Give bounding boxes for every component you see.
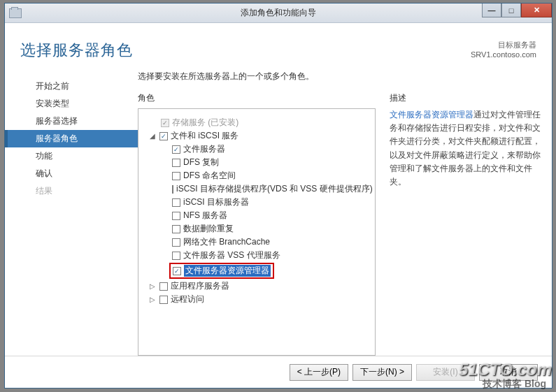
nav-features[interactable]: 功能 — [5, 147, 138, 165]
checkbox-file-iscsi[interactable]: ✓ — [159, 132, 168, 140]
next-button[interactable]: 下一步(N) > — [352, 364, 412, 381]
roles-tree[interactable]: ✓ 存储服务 (已安装) ◢ ✓ 文件和 iSCSI 服务 ✓ 文件服务器 — [138, 108, 376, 356]
desc-text: 文件服务器资源管理器通过对文件管理任务和存储报告进行日程安排，对文件和文件夹进行… — [390, 108, 545, 189]
cancel-button[interactable]: 取消 — [479, 364, 538, 381]
window-title: 添加角色和功能向导 — [241, 7, 316, 19]
tree-dedup[interactable]: 数据删除重复 — [141, 222, 372, 235]
main-panel: 选择要安装在所选服务器上的一个或多个角色。 角色 ✓ 存储服务 (已安装) ◢ … — [138, 65, 552, 356]
checkbox-nfs[interactable] — [172, 212, 180, 220]
checkbox-file-server[interactable]: ✓ — [172, 145, 180, 154]
checkbox-dedup[interactable] — [172, 225, 180, 233]
tree-file-iscsi[interactable]: ◢ ✓ 文件和 iSCSI 服务 — [141, 129, 372, 143]
nav-results: 结果 — [5, 182, 138, 200]
roles-label: 角色 — [138, 92, 376, 104]
checkbox-storage: ✓ — [161, 119, 169, 127]
target-server: 目标服务器 SRV1.contoso.com — [471, 40, 536, 59]
nav-confirm[interactable]: 确认 — [5, 165, 138, 182]
tree-app-server[interactable]: ▷ 应用程序服务器 — [141, 280, 372, 293]
expand-icon[interactable]: ▷ — [148, 296, 157, 303]
body: 开始之前 安装类型 服务器选择 服务器角色 功能 确认 结果 选择要安装在所选服… — [5, 65, 552, 356]
install-button: 安装(I) — [416, 364, 475, 381]
desc-label: 描述 — [390, 92, 545, 104]
tree-file-server[interactable]: ✓ 文件服务器 — [141, 143, 372, 156]
nav-install-type[interactable]: 安装类型 — [5, 95, 138, 112]
tree-storage-services: ✓ 存储服务 (已安装) — [141, 116, 372, 129]
intro-text: 选择要安装在所选服务器上的一个或多个角色。 — [138, 71, 545, 82]
checkbox-iscsi-prov[interactable] — [172, 185, 173, 194]
button-bar: < 上一步(P) 下一步(N) > 安装(I) 取消 — [5, 356, 552, 388]
fsrm-highlight: ✓ 文件服务器资源管理器 — [169, 263, 274, 279]
nav-server-select[interactable]: 服务器选择 — [5, 112, 138, 130]
checkbox-dfs-ns[interactable] — [172, 172, 180, 180]
tree-dfs-rep[interactable]: DFS 复制 — [141, 156, 372, 169]
nav-server-roles[interactable]: 服务器角色 — [5, 130, 138, 147]
tree-iscsi-prov[interactable]: iSCSI 目标存储提供程序(VDS 和 VSS 硬件提供程序) — [141, 182, 372, 196]
checkbox-vss-agent[interactable] — [172, 252, 180, 260]
sidebar-nav: 开始之前 安装类型 服务器选择 服务器角色 功能 确认 结果 — [5, 65, 138, 356]
checkbox-fsrm[interactable]: ✓ — [173, 267, 181, 275]
tree-nfs[interactable]: NFS 服务器 — [141, 209, 372, 222]
prev-button[interactable]: < 上一步(P) — [290, 364, 348, 381]
checkbox-remote-access[interactable] — [159, 296, 168, 304]
app-icon — [9, 8, 22, 18]
tree-vss-agent[interactable]: 文件服务器 VSS 代理服务 — [141, 249, 372, 262]
expand-icon[interactable]: ▷ — [148, 282, 157, 290]
close-button[interactable]: ✕ — [521, 3, 552, 17]
checkbox-app-server[interactable] — [159, 282, 168, 291]
tree-iscsi-tgt[interactable]: iSCSI 目标服务器 — [141, 196, 372, 209]
checkbox-iscsi-tgt[interactable] — [172, 198, 180, 207]
nav-before-begin[interactable]: 开始之前 — [5, 78, 138, 95]
tree-branchcache[interactable]: 网络文件 BranchCache — [141, 235, 372, 249]
checkbox-branchcache[interactable] — [172, 238, 180, 247]
header: 选择服务器角色 目标服务器 SRV1.contoso.com — [5, 23, 552, 65]
minimize-button[interactable]: — — [482, 3, 501, 17]
checkbox-dfs-rep[interactable] — [172, 159, 180, 167]
page-title: 选择服务器角色 — [20, 40, 133, 61]
tree-dfs-ns[interactable]: DFS 命名空间 — [141, 169, 372, 182]
tree-fsrm[interactable]: ✓ 文件服务器资源管理器 — [141, 262, 372, 280]
tree-remote-access[interactable]: ▷ 远程访问 — [141, 293, 372, 306]
collapse-icon[interactable]: ◢ — [148, 132, 157, 140]
titlebar[interactable]: 添加角色和功能向导 — □ ✕ — [5, 3, 552, 23]
wizard-window: 添加角色和功能向导 — □ ✕ 选择服务器角色 目标服务器 SRV1.conto… — [4, 3, 553, 389]
desc-link[interactable]: 文件服务器资源管理器 — [390, 110, 473, 119]
maximize-button[interactable]: □ — [501, 3, 521, 17]
